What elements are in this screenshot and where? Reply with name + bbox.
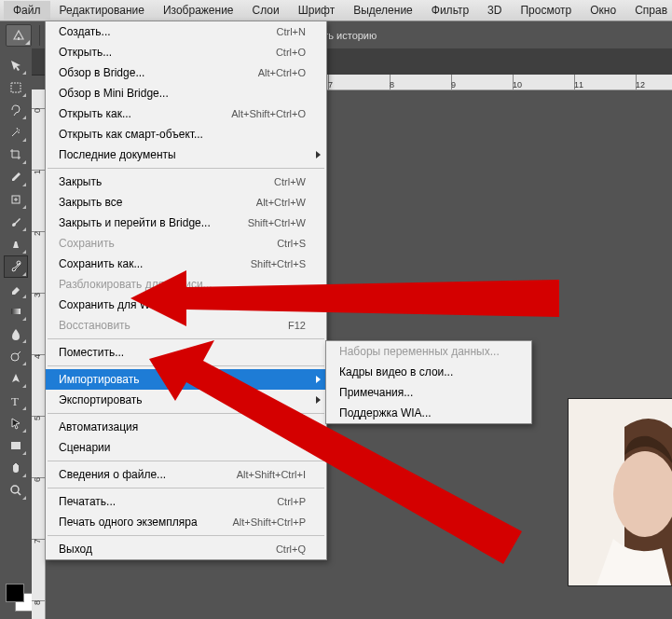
svg-point-13 [11,486,19,493]
menubar-item-выделение[interactable]: Выделение [344,1,422,20]
menu-item-label: Закрыть и перейти в Bridge... [59,216,248,229]
menubar-item-просмотр[interactable]: Просмотр [511,1,581,20]
menubar-item-шрифт[interactable]: Шрифт [289,1,344,20]
tools-panel: T [0,48,33,619]
svg-rect-9 [11,309,21,314]
svg-marker-17 [149,340,522,564]
eraser-tool[interactable] [4,278,28,300]
menu-separator [48,168,324,169]
menu-item-shortcut: Alt+Ctrl+O [258,67,306,78]
menubar-item-3d[interactable]: 3D [478,1,511,20]
menu-item-shortcut: Shift+Ctrl+W [248,217,306,228]
svg-text:T: T [11,394,19,408]
svg-rect-2 [18,37,20,40]
menu-item[interactable]: Закрыть всеAlt+Ctrl+W [46,192,326,213]
svg-marker-16 [130,270,559,326]
svg-rect-6 [11,83,21,92]
move-tool[interactable] [4,54,28,76]
menu-item-label: Обзор в Bridge... [59,66,258,79]
spot-healing-tool[interactable] [4,188,28,211]
svg-point-10 [11,353,19,361]
menubar-item-файл[interactable]: Файл [4,1,50,20]
menu-item-shortcut: Alt+Ctrl+W [256,197,306,208]
menu-item-label: Сохранить [59,237,277,250]
menu-item-label: Закрыть [59,175,274,188]
menu-item[interactable]: Обзор в Mini Bridge... [46,83,326,103]
menu-item-shortcut: Alt+Shift+Ctrl+O [231,108,306,119]
magic-wand-tool[interactable] [4,121,28,144]
menubar-item-редактирование[interactable]: Редактирование [50,1,154,20]
divider [39,25,40,46]
menu-item[interactable]: ЗакрытьCtrl+W [46,172,326,192]
svg-rect-12 [11,442,21,449]
menu-item-shortcut: Ctrl+S [277,238,306,249]
annotation-arrow-1 [130,261,559,336]
hand-tool[interactable] [4,457,28,479]
menu-item-label: Закрыть все [59,196,256,209]
menu-item-label: Создать... [59,25,277,38]
menu-item-shortcut: Ctrl+N [277,26,306,37]
menubar-item-окно[interactable]: Окно [581,1,625,20]
dodge-tool[interactable] [4,345,28,367]
brush-tool[interactable] [4,211,28,233]
menu-item[interactable]: Открыть...Ctrl+O [46,42,326,62]
menu-item-shortcut: Ctrl+O [276,47,306,58]
zoom-tool[interactable] [4,479,28,502]
path-selection-tool[interactable] [4,412,28,434]
menu-item[interactable]: Открыть как смарт-объект... [46,124,326,144]
blur-tool[interactable] [4,323,28,345]
gradient-tool[interactable] [4,300,28,323]
menubar-item-фильтр[interactable]: Фильтр [422,1,478,20]
pen-tool[interactable] [4,367,28,390]
ruler-vertical: 012345678 [32,89,46,619]
menu-item-label: Открыть... [59,46,276,59]
foreground-color-swatch[interactable] [6,584,24,602]
current-tool-icon[interactable] [6,24,32,47]
menu-separator [48,338,324,339]
stamp-tool[interactable] [4,233,28,255]
menubar: Ps ФайлРедактированиеИзображениеСлоиШриф… [0,0,672,21]
photo-content [568,398,672,586]
menu-item-shortcut: Ctrl+W [274,176,306,187]
menu-item[interactable]: Обзор в Bridge...Alt+Ctrl+O [46,62,326,83]
menubar-item-изображение[interactable]: Изображение [154,1,243,20]
menu-item-label: Обзор в Mini Bridge... [59,87,306,100]
type-tool[interactable]: T [4,390,28,412]
menu-item-label: Открыть как смарт-объект... [59,128,306,141]
history-brush-tool[interactable] [4,255,28,278]
menubar-item-справ[interactable]: Справ [625,1,672,20]
annotation-arrow-2 [149,340,522,564]
crop-tool[interactable] [4,144,28,166]
menu-item-label: Последние документы [59,148,306,161]
menu-item[interactable]: Последние документы [46,144,326,165]
menu-item-label: Открыть как... [59,107,231,120]
lasso-tool[interactable] [4,99,28,121]
menu-item[interactable]: Создать...Ctrl+N [46,21,326,42]
menu-item[interactable]: Открыть как...Alt+Shift+Ctrl+O [46,103,326,124]
menubar-item-слои[interactable]: Слои [243,1,289,20]
marquee-tool[interactable] [4,76,28,99]
rectangle-tool[interactable] [4,434,28,457]
eyedropper-tool[interactable] [4,166,28,188]
menu-item: СохранитьCtrl+S [46,233,326,254]
submenu-arrow-icon [316,151,321,158]
menu-item[interactable]: Закрыть и перейти в Bridge...Shift+Ctrl+… [46,213,326,233]
